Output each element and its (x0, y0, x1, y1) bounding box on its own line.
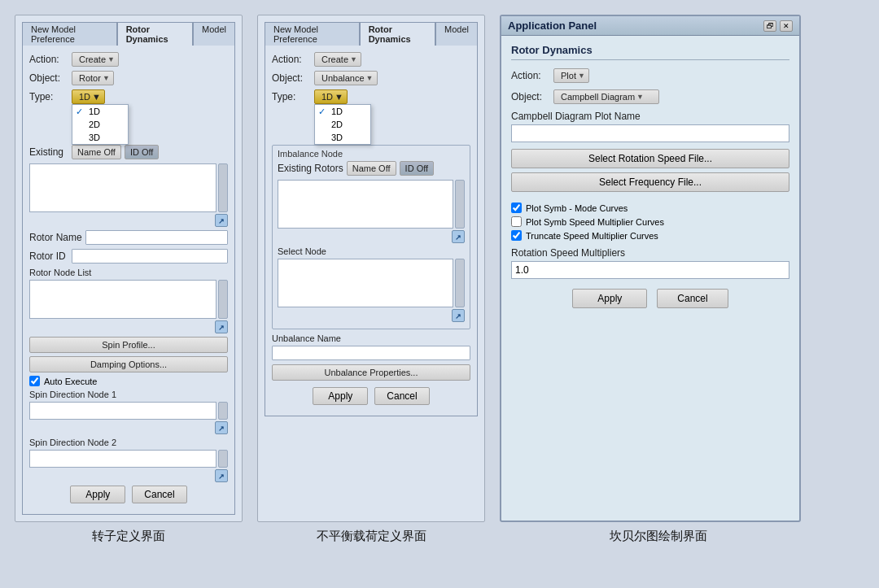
cd-plot-name-input[interactable] (511, 124, 789, 142)
name-off-btn-1[interactable]: Name Off (72, 145, 121, 159)
spin-dir-node1-input[interactable] (29, 402, 216, 420)
type-option-1d-2[interactable]: 1D (315, 105, 370, 118)
object-dropdown-1[interactable]: Rotor ▼ (72, 71, 114, 85)
tab-model-2[interactable]: Model (435, 22, 478, 46)
expand-icon-2[interactable]: ↗ (215, 320, 228, 333)
expand-icon-5[interactable]: ↗ (452, 230, 465, 243)
object-label-3: Object: (511, 91, 550, 102)
restore-btn[interactable]: 🗗 (763, 20, 776, 32)
panel-unbalance-definition: New Model Preference Rotor Dynamics Mode… (257, 15, 485, 522)
tab-model-1[interactable]: Model (193, 22, 235, 46)
rotor-name-row: Rotor Name (29, 230, 228, 245)
spin-dir-node1-area (29, 402, 228, 420)
existing-rotors-scrollbar-2[interactable] (455, 180, 465, 229)
rotation-speed-multipliers-label: Rotation Speed Multipliers (511, 247, 789, 259)
spin-dir-node1-scroll[interactable] (218, 402, 228, 420)
damping-options-btn[interactable]: Damping Options... (29, 356, 228, 372)
apply-btn-2[interactable]: Apply (313, 387, 368, 405)
panel-rotor-definition: New Model Preference Rotor Dynamics Mode… (15, 15, 243, 522)
rotor-node-scrollbar[interactable] (218, 280, 228, 319)
type-option-1d-1[interactable]: 1D (72, 105, 128, 118)
caption-1: 转子定义界面 (15, 529, 243, 544)
object-dropdown-2[interactable]: Unbalance ▼ (314, 71, 378, 85)
action-dropdown-1[interactable]: Create ▼ (72, 52, 119, 67)
rotor-id-row: Rotor ID (29, 249, 228, 264)
id-off-btn-1[interactable]: ID Off (125, 145, 160, 159)
type-arrow-2: ▼ (335, 92, 343, 102)
rotation-speed-multipliers-input[interactable] (511, 261, 789, 279)
close-btn[interactable]: ✕ (780, 20, 793, 32)
checkbox1[interactable] (511, 203, 522, 213)
cancel-btn-1[interactable]: Cancel (132, 486, 186, 503)
type-row-2: Type: 1D ▼ 1D 2D 3D (272, 89, 470, 104)
existing-rotors-row-2: Existing Rotors Name Off ID Off (278, 161, 465, 176)
panel1-footer: Apply Cancel (29, 486, 228, 503)
action-label-2: Action: (272, 54, 311, 65)
existing-scrollbar-1[interactable] (218, 163, 228, 212)
name-off-btn-2[interactable]: Name Off (347, 161, 396, 176)
existing-rotors-listbox-2[interactable] (278, 180, 453, 229)
select-frequency-btn[interactable]: Select Frequency File... (511, 172, 789, 192)
type-option-3d-2[interactable]: 3D (315, 131, 370, 144)
type-option-2d-1[interactable]: 2D (72, 118, 128, 131)
auto-execute-checkbox[interactable] (29, 376, 40, 386)
app-panel-body: Rotor Dynamics Action: Plot ▼ Object: Ca… (501, 36, 799, 316)
tab-rotor-dynamics-2[interactable]: Rotor Dynamics (360, 22, 435, 46)
rotor-node-listbox[interactable] (29, 280, 216, 319)
expand-icon-3[interactable]: ↗ (215, 421, 228, 434)
checkbox3-row: Truncate Speed Multiplier Curves (511, 230, 789, 241)
object-dropdown-3[interactable]: Campbell Diagram ▼ (553, 89, 659, 104)
rotor-name-input[interactable] (85, 230, 228, 245)
apply-btn-3[interactable]: Apply (572, 289, 647, 308)
checkboxes-section: Plot Symb - Mode Curves Plot Symb Speed … (511, 203, 789, 241)
type-menu-2: 1D 2D 3D (314, 104, 371, 145)
panel2-footer: Apply Cancel (272, 387, 470, 405)
type-dropdown-1[interactable]: 1D ▼ (72, 89, 105, 104)
rotor-id-input[interactable] (72, 249, 228, 264)
object-row-1: Object: Rotor ▼ (29, 71, 228, 85)
spin-profile-btn[interactable]: Spin Profile... (29, 337, 228, 353)
spin-dir-node2-scroll[interactable] (218, 450, 228, 468)
rotation-speed-multipliers-section: Rotation Speed Multipliers (511, 247, 789, 279)
spin-dir-node2-input[interactable] (29, 450, 216, 468)
select-node-scrollbar-2[interactable] (455, 259, 465, 307)
type-menu-1: 1D 2D 3D (72, 104, 129, 145)
cd-plot-name-section: Campbell Diagram Plot Name (511, 111, 789, 142)
object-label-1: Object: (29, 72, 68, 84)
type-option-3d-1[interactable]: 3D (72, 131, 128, 144)
type-dropdown-2[interactable]: 1D ▼ (314, 89, 348, 104)
expand-icon-1[interactable]: ↗ (215, 214, 228, 227)
tab-new-model-pref-1[interactable]: New Model Preference (22, 22, 117, 46)
captions-row: 转子定义界面 不平衡载荷定义界面 坎贝尔图绘制界面 (0, 522, 879, 552)
apply-btn-1[interactable]: Apply (70, 486, 125, 503)
existing-rotors-label-2: Existing Rotors (278, 163, 343, 174)
id-off-btn-2[interactable]: ID Off (400, 161, 435, 176)
panel1-tabs: New Model Preference Rotor Dynamics Mode… (22, 22, 235, 46)
caption-2: 不平衡载荷定义界面 (257, 529, 485, 544)
tab-new-model-pref-2[interactable]: New Model Preference (265, 22, 360, 46)
checkbox2[interactable] (511, 216, 522, 227)
type-dropdown-wrapper-2: 1D ▼ 1D 2D 3D (314, 89, 348, 104)
action-dropdown-3[interactable]: Plot ▼ (553, 68, 589, 83)
action-row-2: Action: Create ▼ (272, 52, 470, 67)
expand-icon-4[interactable]: ↗ (215, 469, 228, 482)
tab-rotor-dynamics-1[interactable]: Rotor Dynamics (117, 22, 193, 46)
action-label-1: Action: (29, 54, 68, 65)
panel2-body: Action: Create ▼ Object: Unbalance ▼ Typ… (265, 46, 478, 416)
app-panel-controls: 🗗 ✕ (763, 20, 793, 32)
object-row-3: Object: Campbell Diagram ▼ (511, 89, 789, 104)
type-dropdown-wrapper-1: 1D ▼ 1D 2D 3D (72, 89, 105, 104)
select-rotation-speed-btn[interactable]: Select Rotation Speed File... (511, 149, 789, 168)
expand-icon-6[interactable]: ↗ (452, 309, 465, 322)
existing-listbox-1[interactable] (29, 163, 216, 212)
unbalance-name-input-2[interactable] (272, 346, 470, 360)
type-option-2d-2[interactable]: 2D (315, 118, 370, 131)
cancel-btn-2[interactable]: Cancel (374, 387, 429, 405)
cancel-btn-3[interactable]: Cancel (657, 289, 728, 308)
object-arrow-2: ▼ (366, 74, 374, 82)
select-node-listbox-2[interactable] (278, 259, 453, 307)
checkbox2-label: Plot Symb Speed Multiplier Curves (526, 217, 664, 227)
unbalance-properties-btn[interactable]: Unbalance Properties... (272, 364, 470, 381)
action-dropdown-2[interactable]: Create ▼ (314, 52, 361, 67)
checkbox3[interactable] (511, 230, 522, 241)
